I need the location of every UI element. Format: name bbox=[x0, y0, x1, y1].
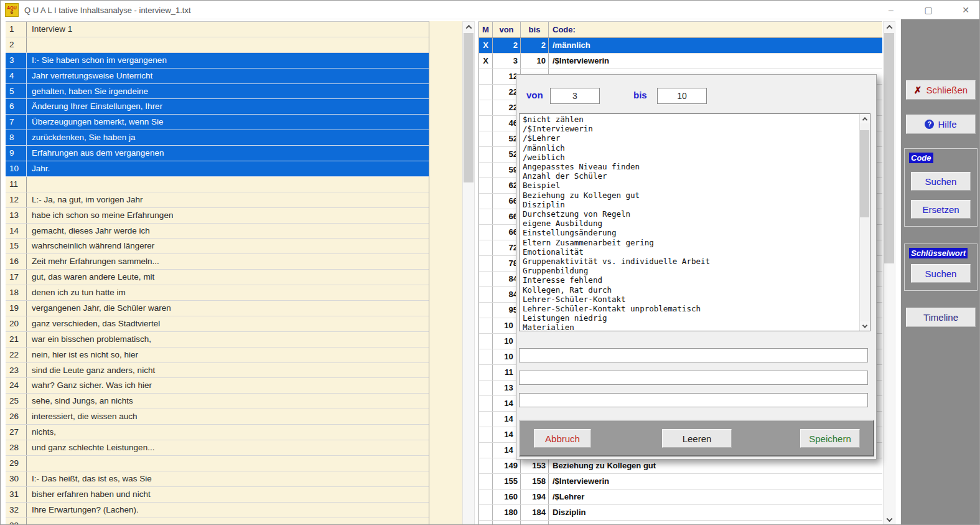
code-list-item[interactable]: /$Lehrer bbox=[520, 133, 859, 143]
transcript-row[interactable]: 33 bbox=[6, 518, 429, 525]
scroll-down-icon[interactable] bbox=[860, 321, 870, 331]
transcript-scrollbar[interactable] bbox=[462, 21, 475, 525]
code-row-marker bbox=[479, 147, 493, 162]
transcript-row[interactable]: 8zurückdenken, Sie haben ja bbox=[6, 130, 429, 146]
transcript-row[interactable]: 26interessiert, die wissen auch bbox=[6, 409, 429, 425]
code-suchen-button[interactable]: Suchen bbox=[911, 172, 971, 191]
transcript-row[interactable]: 6Änderung Ihrer Einstellungen, Ihrer bbox=[6, 99, 429, 115]
code-list-item[interactable]: Einstellungsänderung bbox=[520, 228, 859, 237]
dialog-input-3[interactable] bbox=[519, 393, 868, 407]
code-list-item[interactable]: Gruppenaktivität vs. individuelle Arbeit bbox=[520, 257, 859, 266]
bis-label: bis bbox=[633, 90, 647, 100]
transcript-row[interactable]: 7Überzeugungen bemerkt, wenn Sie bbox=[6, 115, 429, 130]
code-list-item[interactable]: $nicht zählen bbox=[520, 115, 859, 124]
transcript-row[interactable]: 9Erfahrungen aus dem vergangenen bbox=[6, 146, 429, 161]
code-list-item[interactable]: Kollegen, Rat durch bbox=[520, 285, 859, 295]
minimize-button[interactable]: – bbox=[877, 1, 905, 19]
code-row[interactable]: X22/männlich bbox=[479, 38, 882, 54]
transcript-row[interactable]: 1Interview 1 bbox=[6, 22, 429, 37]
code-list-item[interactable]: Materialien bbox=[520, 323, 859, 331]
transcript-row[interactable]: 13habe ich schon so meine Erfahrungen bbox=[6, 208, 429, 224]
code-list-item[interactable]: Lehrer-Schüler-Kontakt bbox=[520, 295, 859, 304]
code-row[interactable]: 160194/$Lehrer bbox=[479, 490, 882, 505]
transcript-row[interactable]: 15wahrscheinlich während längerer bbox=[6, 239, 429, 254]
transcript-row[interactable]: 28und ganz schlechte Leistungen... bbox=[6, 440, 429, 456]
speichern-button[interactable]: Speichern bbox=[800, 429, 860, 448]
transcript-row[interactable]: 23sind die Leute ganz anders, nicht bbox=[6, 363, 429, 379]
transcript-row[interactable]: 27nichts, bbox=[6, 425, 429, 440]
schluesselwort-suchen-button[interactable]: Suchen bbox=[911, 264, 971, 283]
scrollbar-thumb[interactable] bbox=[464, 33, 474, 182]
code-row[interactable]: 182184Probleme bbox=[479, 521, 882, 525]
code-row[interactable]: X310/$Interviewerin bbox=[479, 54, 882, 69]
schliessen-button[interactable]: ✗ Schließen bbox=[906, 80, 976, 100]
code-row-bis: 194 bbox=[521, 490, 549, 504]
line-text: zurückdenken, Sie haben ja bbox=[27, 130, 429, 145]
scroll-down-icon[interactable] bbox=[884, 514, 895, 525]
maximize-button[interactable]: ▢ bbox=[914, 1, 943, 19]
code-listbox[interactable]: $nicht zählen/$Interviewerin/$Lehrer/män… bbox=[519, 113, 870, 331]
transcript-row[interactable]: 12L:- Ja, na gut, im vorigen Jahr bbox=[6, 192, 429, 208]
dialog-input-2[interactable] bbox=[519, 371, 868, 385]
transcript-row[interactable]: 18denen ich zu tun hatte im bbox=[6, 285, 429, 301]
line-number: 16 bbox=[6, 254, 27, 269]
code-list-item[interactable]: Disziplin bbox=[520, 200, 859, 209]
transcript-row[interactable]: 20ganz verschieden, das Stadtviertel bbox=[6, 316, 429, 332]
code-table-scrollbar[interactable] bbox=[883, 21, 895, 525]
code-list-item[interactable]: Beziehung zu Kollegen gut bbox=[520, 191, 859, 200]
code-list-item[interactable]: Leistungen niedrig bbox=[520, 313, 859, 323]
code-list-item[interactable]: Beispiel bbox=[520, 181, 859, 190]
scroll-up-icon[interactable] bbox=[463, 22, 474, 32]
leeren-button[interactable]: Leeren bbox=[662, 429, 732, 448]
code-ersetzen-button[interactable]: Ersetzen bbox=[911, 200, 971, 219]
scroll-up-icon[interactable] bbox=[860, 114, 870, 123]
timeline-button[interactable]: Timeline bbox=[906, 308, 976, 327]
transcript-row[interactable]: 30I:- Das heißt, das ist es, was Sie bbox=[6, 471, 429, 487]
code-list-item[interactable]: Gruppenbildung bbox=[520, 266, 859, 275]
code-list-item[interactable]: Angepasstes Niveau finden bbox=[520, 162, 859, 171]
code-row[interactable]: 155158/$Interviewerin bbox=[479, 474, 882, 490]
transcript-row[interactable]: 24wahr? Ganz sicher. Was ich hier bbox=[6, 378, 429, 394]
transcript-row[interactable]: 19vergangenen Jahr, die Schüler waren bbox=[6, 301, 429, 316]
transcript-row[interactable]: 31bisher erfahren haben und nicht bbox=[6, 487, 429, 503]
transcript-row[interactable]: 10Jahr. bbox=[6, 161, 429, 177]
code-list-item[interactable]: eigene Ausbildung bbox=[520, 219, 859, 228]
transcript-row[interactable]: 22nein, hier ist es nicht so, hier bbox=[6, 348, 429, 363]
code-list-item[interactable]: /weiblich bbox=[520, 153, 859, 162]
transcript-row[interactable]: 2 bbox=[6, 37, 429, 53]
transcript-row[interactable]: 3I:- Sie haben schon im vergangenen bbox=[6, 53, 429, 69]
code-group-label: Code bbox=[909, 153, 933, 163]
transcript-row[interactable]: 14gemacht, dieses Jahr werde ich bbox=[6, 224, 429, 239]
close-button[interactable]: ✕ bbox=[951, 1, 980, 19]
code-list-item[interactable]: Eltern Zusammenarbeit gering bbox=[520, 238, 859, 247]
code-list-item[interactable]: Interesse fehlend bbox=[520, 275, 859, 285]
code-list-item[interactable]: /männlich bbox=[520, 143, 859, 153]
code-row[interactable]: 180184Disziplin bbox=[479, 505, 882, 521]
code-list-item[interactable]: Emotionalität bbox=[520, 247, 859, 257]
code-row-marker bbox=[479, 240, 493, 255]
code-list-item[interactable]: Anzahl der Schüler bbox=[520, 171, 859, 181]
code-list-item[interactable]: /$Interviewerin bbox=[520, 124, 859, 133]
transcript-row[interactable]: 4Jahr vertretungsweise Unterricht bbox=[6, 69, 429, 84]
line-text: sehe, sind Jungs, an nichts bbox=[27, 394, 429, 409]
scrollbar-thumb[interactable] bbox=[884, 33, 894, 263]
scrollbar-thumb[interactable] bbox=[860, 130, 869, 217]
transcript-row[interactable]: 21war ein bisschen problematisch, bbox=[6, 332, 429, 348]
von-input[interactable] bbox=[550, 88, 600, 104]
transcript-row[interactable]: 17gut, das waren andere Leute, mit bbox=[6, 270, 429, 285]
transcript-row[interactable]: 11 bbox=[6, 177, 429, 192]
transcript-row[interactable]: 16Zeit mehr Erfahrungen sammeln... bbox=[6, 254, 429, 270]
listbox-scrollbar[interactable] bbox=[859, 114, 870, 331]
scroll-up-icon[interactable] bbox=[884, 22, 895, 32]
code-list-item[interactable]: Durchsetzung von Regeln bbox=[520, 209, 859, 219]
transcript-row[interactable]: 5gehalten, haben Sie irgendeine bbox=[6, 84, 429, 100]
dialog-input-1[interactable] bbox=[519, 348, 868, 362]
code-list-item[interactable]: Lehrer-Schüler-Kontakt unproblematisch bbox=[520, 304, 859, 313]
abbruch-button[interactable]: Abbruch bbox=[534, 429, 591, 448]
transcript-row[interactable]: 32Ihre Erwartungen? (Lachen). bbox=[6, 503, 429, 518]
transcript-row[interactable]: 29 bbox=[6, 456, 429, 471]
transcript-row[interactable]: 25sehe, sind Jungs, an nichts bbox=[6, 394, 429, 409]
code-row[interactable]: 149153Beziehung zu Kollegen gut bbox=[479, 458, 882, 474]
bis-input[interactable] bbox=[657, 88, 707, 104]
hilfe-button[interactable]: ? Hilfe bbox=[906, 115, 976, 134]
